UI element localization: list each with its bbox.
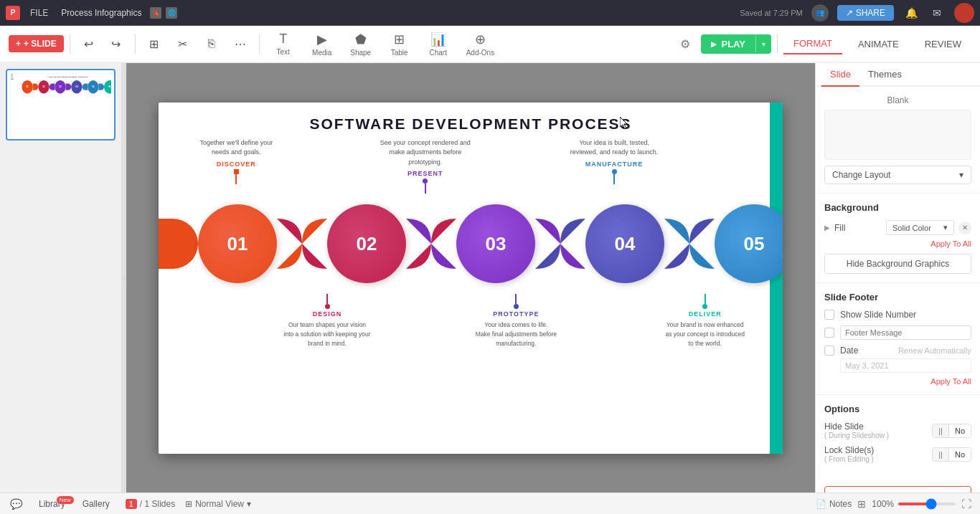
bottom-bar: 💬 Library New Gallery 1 / 1 Slides ⊞ Nor… [0,492,980,514]
slide-thumbnail-1[interactable]: 1 SOFTWARE DEVELOPMENT PROCESS 01 02 [6,69,116,141]
hide-slide-toggle[interactable]: || No [932,424,971,438]
step-circle-1: 01 [198,204,277,283]
layout-label: Blank [824,95,971,105]
add-slide-button[interactable]: + + SLIDE [9,35,64,52]
insert-text-button[interactable]: T Text [265,29,301,59]
tab-themes[interactable]: Themes [859,63,910,85]
copy-button[interactable]: ⎘ [199,35,225,52]
insert-chart-button[interactable]: 📊 Chart [420,29,456,60]
tab-review[interactable]: REVIEW [915,34,971,54]
step-1-top-text: Together we'll define yourneeds and goal… [191,138,282,158]
step-2-dot-bottom [325,304,330,309]
tab-animate[interactable]: ANIMATE [848,34,909,54]
process-row: 01 02 [159,194,783,294]
file-menu[interactable]: FILE [26,6,52,19]
settings-icon[interactable]: ⚙ [675,34,695,54]
main-content: 1 SOFTWARE DEVELOPMENT PROCESS 01 02 [0,63,980,492]
step-2-label-bottom: DESIGN [282,310,373,318]
apply-all-1[interactable]: Apply To All [824,239,971,248]
step-1-label-top: DISCOVER [191,161,282,168]
notifications-icon[interactable]: 🔔 [903,4,920,22]
bookmark-icon[interactable]: 🔖 [150,7,161,19]
step-1-top-area: Together we'll define yourneeds and goal… [187,138,286,194]
lock-slides-label: Lock Slide(s) [824,445,874,455]
insert-table-button[interactable]: ⊞ Table [382,29,418,60]
redo-icon: ↪ [111,37,121,51]
new-badge: New [57,496,74,504]
footer-message-input[interactable] [840,325,971,340]
step-4-bottom-area: PROTOTYPE Your idea comes to life.Make f… [467,294,565,348]
slide-preview: SOFTWARE DEVELOPMENT PROCESS 01 02 03 04 [20,73,111,136]
format-painter-button[interactable]: ⊞ [141,35,167,53]
messages-icon[interactable]: ✉ [928,4,946,22]
tab-format[interactable]: FORMAT [783,34,842,54]
more-options-button[interactable]: ⋯ [227,35,253,53]
lock-slides-toggle-yes[interactable]: || [933,448,949,461]
zoom-slider[interactable] [898,503,956,505]
notes-button[interactable]: 📄 Notes [816,499,852,509]
gallery-tab[interactable]: Gallery [75,496,117,512]
step-circle-2: 02 [327,204,406,283]
toolbar-separator-3 [259,34,260,54]
footer-section: Slide Footer Show Slide Number Date [816,283,980,395]
page-number-badge: 1 [126,499,137,509]
edit-master-slide-button[interactable]: Edit Master Slide [824,486,971,492]
fill-reset-button[interactable]: ✕ [958,222,971,234]
change-layout-button[interactable]: Change Layout ▾ [824,166,971,184]
fill-arrow-icon: ▶ [824,224,830,232]
lock-slides-toggle-no[interactable]: No [949,448,971,461]
show-slide-num-label: Show Slide Number [840,310,916,320]
right-panel-tabs: Slide Themes [816,63,980,87]
doc-action-icons: 🔖 🌐 [150,7,177,19]
step-6-dot-bottom [702,304,707,309]
step-3-line-top [425,184,426,194]
tab-slide[interactable]: Slide [821,63,859,87]
show-slide-num-checkbox[interactable] [824,310,834,320]
user-avatar[interactable] [954,3,974,23]
collaboration-icon[interactable]: 👥 [811,4,829,22]
main-toolbar: + + SLIDE ↩ ↪ ⊞ ✂ ⎘ ⋯ T [0,26,980,63]
footer-message-checkbox[interactable] [824,328,834,338]
page-info: 1 / 1 Slides [126,499,175,509]
step-3-label-top: PRESENT [380,170,471,177]
slide-panel-toggle[interactable]: ⊞ [857,498,866,510]
step-2-bottom-area: DESIGN Our team shapes your visioninto a… [278,294,377,348]
history-group: ↩ ↪ [76,35,129,53]
zoom-group: 100% [872,499,956,509]
insert-shape-button[interactable]: ⬟ Shape [343,29,379,60]
undo-button[interactable]: ↩ [76,35,102,53]
top-bar: P FILE Process Infographics 🔖 🌐 Saved at… [0,0,980,26]
fit-to-screen-icon[interactable]: ⛶ [961,498,971,510]
share-button[interactable]: ↗ SHARE [837,5,894,21]
format-painter-icon: ⊞ [149,37,159,51]
layout-preview [824,110,971,160]
lock-slides-toggle[interactable]: || No [932,447,971,462]
hide-background-graphics-button[interactable]: Hide Background Graphics [824,254,971,274]
canvas-area[interactable]: SOFTWARE DEVELOPMENT PROCESS Together we… [126,63,815,492]
hide-slide-toggle-no[interactable]: No [949,424,971,437]
date-value: May 3, 2021 [840,358,971,373]
undo-icon: ↩ [84,37,93,51]
step-3-top-text: See your concept rendered andmake adjust… [380,138,471,168]
apply-all-2[interactable]: Apply To All [824,377,971,386]
hide-slide-toggle-yes[interactable]: || [933,424,949,437]
date-checkbox[interactable] [824,346,834,356]
lock-slides-row: Lock Slide(s) ( From Editing ) || No [824,445,971,463]
play-dropdown[interactable]: ▾ [755,36,771,52]
cut-button[interactable]: ✂ [170,35,196,53]
solid-color-dropdown[interactable]: Solid Color ▾ [886,220,954,235]
globe-icon[interactable]: 🌐 [166,7,177,19]
connector-3-4 [535,219,585,269]
insert-addons-button[interactable]: ⊕ Add-Ons [459,29,501,60]
bottom-left: 💬 Library New Gallery [9,496,120,512]
chat-icon[interactable]: 💬 [9,497,23,511]
cut-icon: ✂ [178,37,187,51]
step-4-line-bottom [515,294,517,304]
chevron-down-icon: ▾ [959,170,963,180]
redo-button[interactable]: ↪ [103,35,129,53]
view-mode[interactable]: ⊞ Normal View ▾ [181,498,255,510]
play-button[interactable]: ▶ PLAY [701,34,755,54]
slide-canvas[interactable]: SOFTWARE DEVELOPMENT PROCESS Together we… [159,103,783,454]
library-tab[interactable]: Library New [32,496,72,512]
insert-media-button[interactable]: ▶ Media [304,29,340,60]
